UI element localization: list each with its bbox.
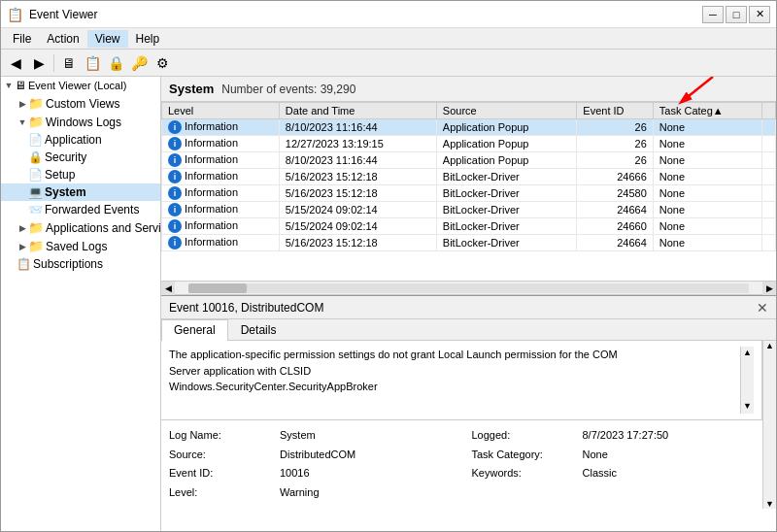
cell-eventid: 24666: [577, 169, 653, 185]
sidebar-item-subscriptions[interactable]: 📋 Subscriptions: [1, 255, 160, 273]
cell-level: iInformation: [162, 185, 280, 202]
table-row[interactable]: iInformation 5/15/2024 09:02:14 BitLocke…: [162, 202, 776, 218]
security-icon: 🔒: [28, 150, 43, 164]
hscroll-left[interactable]: ◀: [161, 282, 175, 295]
sidebar-item-custom-views[interactable]: ▶ 📁 Custom Views: [1, 94, 160, 113]
title-bar-controls: ─ □ ✕: [702, 6, 770, 23]
forward-button[interactable]: ▶: [28, 52, 50, 74]
event-table[interactable]: Level Date and Time Source Event ID Task…: [161, 102, 776, 282]
maximize-button[interactable]: □: [726, 6, 747, 23]
event-text-area: The application-specific permission sett…: [161, 341, 762, 420]
app-services-expand[interactable]: ▶: [17, 222, 28, 234]
menu-file[interactable]: File: [5, 30, 39, 48]
list-button[interactable]: 📋: [82, 52, 103, 74]
settings-button[interactable]: ⚙: [152, 52, 173, 74]
prop-taskcategory-value: None: [583, 446, 608, 465]
sidebar-item-saved-logs[interactable]: ▶ 📁 Saved Logs: [1, 237, 160, 255]
horizontal-scrollbar[interactable]: ◀ ▶: [161, 282, 776, 295]
root-expand-icon[interactable]: ▼: [3, 80, 15, 91]
details-scroll-up[interactable]: ▲: [765, 341, 774, 350]
title-bar: 📋 Event Viewer ─ □ ✕: [1, 1, 776, 28]
windows-logs-expand[interactable]: ▼: [17, 116, 28, 128]
cell-scroll-pad: [762, 136, 776, 152]
info-icon: i: [168, 203, 182, 216]
cell-scroll-pad: [762, 169, 776, 185]
sidebar-application-label: Application: [45, 133, 102, 147]
cell-datetime: 5/15/2024 09:02:14: [279, 202, 436, 218]
computer-icon: 🖥: [15, 79, 26, 92]
sidebar-item-security[interactable]: 🔒 Security: [1, 149, 160, 166]
info-icon: i: [168, 153, 182, 167]
info-icon: i: [168, 137, 182, 150]
svg-line-1: [684, 77, 713, 100]
info-icon: i: [168, 120, 182, 134]
col-eventid[interactable]: Event ID: [577, 103, 653, 119]
minimize-button[interactable]: ─: [702, 6, 724, 23]
details-scroll-down[interactable]: ▼: [765, 499, 774, 509]
table-row[interactable]: iInformation 8/10/2023 11:16:44 Applicat…: [162, 119, 776, 136]
lock-button[interactable]: 🔒: [105, 52, 126, 74]
saved-logs-expand[interactable]: ▶: [17, 241, 28, 252]
col-level[interactable]: Level: [162, 103, 280, 119]
close-button[interactable]: ✕: [749, 6, 770, 23]
prop-keywords-label: Keywords:: [472, 464, 579, 483]
table-row[interactable]: iInformation 12/27/2023 13:19:15 Applica…: [162, 136, 776, 152]
prop-source: Source: DistributedCOM: [169, 446, 453, 465]
cell-datetime: 5/16/2023 15:12:18: [279, 235, 436, 251]
cell-eventid: 24660: [577, 218, 653, 235]
table-row[interactable]: iInformation 5/16/2023 15:12:18 BitLocke…: [162, 185, 776, 202]
custom-views-expand[interactable]: ▶: [17, 98, 28, 110]
col-source[interactable]: Source: [436, 103, 577, 119]
key-button[interactable]: 🔑: [128, 52, 150, 74]
cell-datetime: 5/16/2023 15:12:18: [279, 185, 436, 202]
cell-datetime: 8/10/2023 11:16:44: [279, 152, 436, 169]
title-bar-left: 📋 Event Viewer: [7, 7, 97, 22]
back-button[interactable]: ◀: [5, 52, 26, 74]
cell-level: iInformation: [162, 119, 280, 136]
menu-view[interactable]: View: [87, 30, 128, 48]
cell-eventid: 26: [577, 119, 653, 136]
text-scrollbar[interactable]: ▲ ▼: [740, 347, 754, 414]
prop-eventid-label: Event ID:: [169, 464, 276, 483]
event-details-close[interactable]: ✕: [757, 300, 768, 316]
prop-source-value: DistributedCOM: [280, 446, 355, 465]
hscroll-thumb[interactable]: [188, 283, 247, 293]
sidebar-root[interactable]: ▼ 🖥 Event Viewer (Local): [1, 77, 160, 94]
sidebar-saved-logs-label: Saved Logs: [46, 240, 107, 253]
cell-eventid: 26: [577, 136, 653, 152]
table-row[interactable]: iInformation 5/16/2023 15:12:18 BitLocke…: [162, 169, 776, 185]
list-header: System Number of events: 39,290: [161, 77, 776, 102]
prop-eventid-value: 10016: [280, 464, 310, 483]
system-icon: 💻: [28, 185, 43, 199]
table-row[interactable]: iInformation 5/15/2024 09:02:14 BitLocke…: [162, 218, 776, 235]
table-row[interactable]: iInformation 8/10/2023 11:16:44 Applicat…: [162, 152, 776, 169]
sidebar-item-setup[interactable]: 📄 Setup: [1, 166, 160, 183]
cell-category: None: [653, 218, 761, 235]
tab-general[interactable]: General: [161, 319, 228, 341]
sidebar-item-windows-logs[interactable]: ▼ 📁 Windows Logs: [1, 113, 160, 131]
col-datetime[interactable]: Date and Time: [279, 103, 436, 119]
text-scroll-up[interactable]: ▲: [743, 347, 752, 360]
sidebar-item-app-services[interactable]: ▶ 📁 Applications and Servi…: [1, 218, 160, 237]
list-title: System: [169, 82, 214, 96]
sidebar-item-system[interactable]: 💻 System: [1, 183, 160, 201]
list-subtitle: Number of events: 39,290: [221, 83, 355, 96]
info-icon: i: [168, 236, 182, 249]
computer-button[interactable]: 🖥: [58, 52, 80, 74]
table-row[interactable]: iInformation 5/16/2023 15:12:18 BitLocke…: [162, 235, 776, 251]
prop-logged-label: Logged:: [472, 426, 579, 446]
tab-details[interactable]: Details: [228, 319, 289, 340]
prop-group-left: Log Name: System Source: DistributedCOM …: [169, 426, 453, 503]
hscroll-right[interactable]: ▶: [762, 282, 776, 295]
sidebar-item-application[interactable]: 📄 Application: [1, 131, 160, 149]
cell-category: None: [653, 169, 761, 185]
sidebar-item-forwarded-events[interactable]: 📨 Forwarded Events: [1, 201, 160, 218]
prop-eventid: Event ID: 10016: [169, 464, 453, 483]
text-scroll-down[interactable]: ▼: [743, 400, 752, 414]
menu-help[interactable]: Help: [128, 30, 168, 48]
prop-taskcategory: Task Category: None: [472, 446, 756, 465]
menu-action[interactable]: Action: [39, 30, 86, 48]
details-scrollbar[interactable]: ▲ ▼: [762, 341, 776, 509]
cell-level: iInformation: [162, 235, 280, 251]
folder-icon: 📁: [28, 96, 44, 111]
